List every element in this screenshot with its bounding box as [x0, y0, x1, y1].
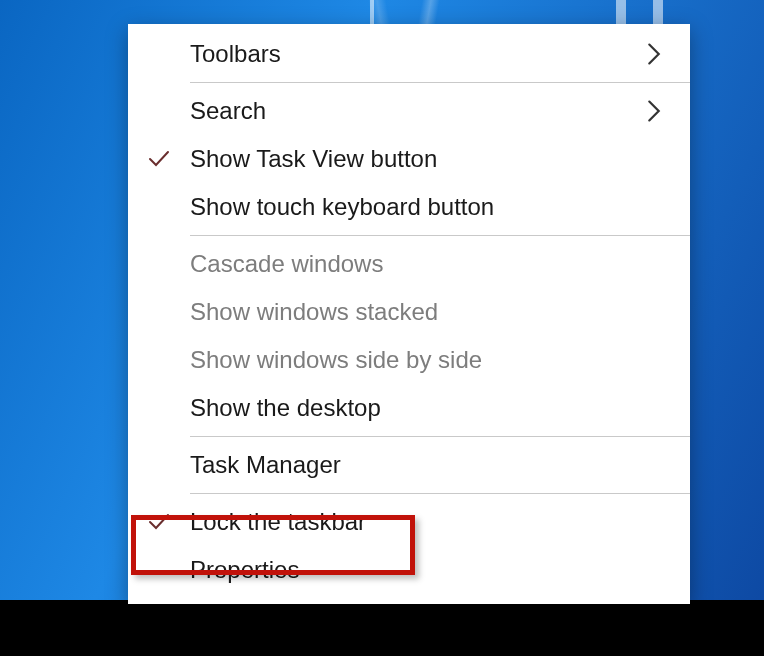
menu-item-label: Search	[190, 97, 642, 125]
menu-item-show-windows-side-by-side[interactable]: Show windows side by side	[128, 336, 690, 384]
menu-item-search[interactable]: Search	[128, 87, 690, 135]
menu-item-label: Toolbars	[190, 40, 642, 68]
taskbar-context-menu: Toolbars Search Show Task View button Sh…	[128, 24, 690, 604]
menu-item-label: Show touch keyboard button	[190, 193, 666, 221]
menu-separator	[190, 493, 690, 494]
menu-item-lock-the-taskbar[interactable]: Lock the taskbar	[128, 498, 690, 546]
menu-separator	[190, 436, 690, 437]
taskbar[interactable]	[0, 600, 764, 656]
checkmark-icon	[128, 149, 190, 169]
menu-item-properties[interactable]: Properties	[128, 546, 690, 594]
menu-item-show-task-view[interactable]: Show Task View button	[128, 135, 690, 183]
menu-item-task-manager[interactable]: Task Manager	[128, 441, 690, 489]
menu-item-cascade-windows[interactable]: Cascade windows	[128, 240, 690, 288]
menu-item-show-windows-stacked[interactable]: Show windows stacked	[128, 288, 690, 336]
menu-item-label: Task Manager	[190, 451, 666, 479]
menu-item-toolbars[interactable]: Toolbars	[128, 30, 690, 78]
menu-item-label: Properties	[190, 556, 666, 584]
menu-item-label: Show Task View button	[190, 145, 666, 173]
menu-item-show-the-desktop[interactable]: Show the desktop	[128, 384, 690, 432]
menu-item-label: Cascade windows	[190, 250, 666, 278]
checkmark-icon	[128, 512, 190, 532]
menu-separator	[190, 235, 690, 236]
submenu-arrow-icon	[642, 43, 666, 65]
menu-item-label: Show windows side by side	[190, 346, 666, 374]
menu-item-show-touch-keyboard[interactable]: Show touch keyboard button	[128, 183, 690, 231]
menu-item-label: Show windows stacked	[190, 298, 666, 326]
menu-separator	[190, 82, 690, 83]
submenu-arrow-icon	[642, 100, 666, 122]
menu-item-label: Lock the taskbar	[190, 508, 666, 536]
menu-item-label: Show the desktop	[190, 394, 666, 422]
